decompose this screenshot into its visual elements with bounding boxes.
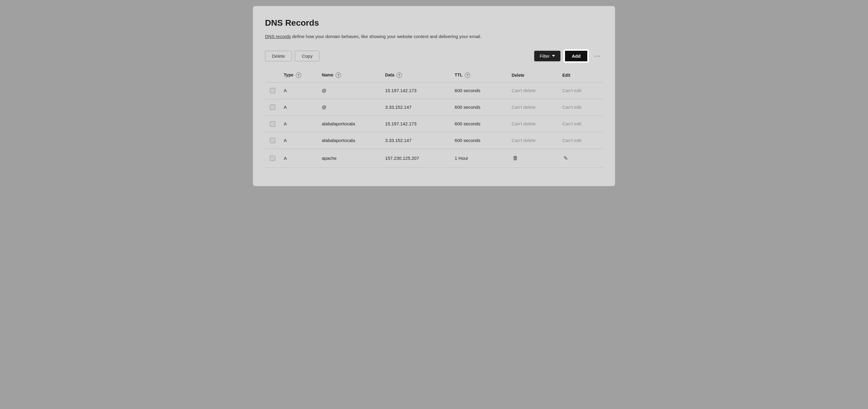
add-button[interactable]: Add <box>564 50 588 62</box>
row-delete: Can't delete <box>508 99 559 115</box>
row-type: A <box>280 99 318 115</box>
dns-records-panel: DNS Records DNS records define how your … <box>253 6 615 186</box>
row-checkbox-cell <box>265 82 280 99</box>
table-row: A@3.33.152.147600 secondsCan't deleteCan… <box>265 99 603 115</box>
row-ttl: 600 seconds <box>451 82 508 99</box>
table-row: Aalabalaportocala15.197.142.173600 secon… <box>265 115 603 132</box>
col-header-data: Data ? <box>381 69 451 83</box>
row-ttl: 600 seconds <box>451 115 508 132</box>
row-type: A <box>280 82 318 99</box>
row-data: 15.197.142.173 <box>381 82 451 99</box>
toolbar-right: Filter Add ··· <box>534 50 603 62</box>
row-checkbox-cell <box>265 99 280 115</box>
row-checkbox[interactable] <box>270 155 275 161</box>
row-type: A <box>280 149 318 168</box>
col-header-delete: Delete <box>508 69 559 83</box>
type-help-icon[interactable]: ? <box>296 72 301 78</box>
row-checkbox-cell <box>265 132 280 149</box>
col-header-name: Name ? <box>318 69 381 83</box>
row-delete: Can't delete <box>508 82 559 99</box>
row-edit: Can't edit <box>559 115 603 132</box>
copy-button[interactable]: Copy <box>295 51 319 61</box>
row-name: alabalaportocala <box>318 132 381 149</box>
row-data: 15.197.142.173 <box>381 115 451 132</box>
delete-row-button[interactable]: 🗑 <box>512 154 519 162</box>
edit-row-button[interactable]: ✎ <box>562 154 569 162</box>
more-options-button[interactable]: ··· <box>592 51 603 61</box>
row-edit[interactable]: ✎ <box>559 149 603 168</box>
delete-button[interactable]: Delete <box>265 51 292 61</box>
name-help-icon[interactable]: ? <box>336 72 341 78</box>
dns-records-table: Type ? Name ? Data ? TTL ? Delete Edit <box>265 69 603 168</box>
page-title: DNS Records <box>265 18 603 28</box>
row-checkbox[interactable] <box>270 105 275 110</box>
row-data: 3.33.152.147 <box>381 99 451 115</box>
row-delete[interactable]: 🗑 <box>508 149 559 168</box>
toolbar-left: Delete Copy <box>265 51 319 61</box>
row-name: @ <box>318 82 381 99</box>
table-header-row: Type ? Name ? Data ? TTL ? Delete Edit <box>265 69 603 83</box>
table-row: A@15.197.142.173600 secondsCan't deleteC… <box>265 82 603 99</box>
row-type: A <box>280 132 318 149</box>
page-description: DNS records define how your domain behav… <box>265 33 603 40</box>
row-checkbox-cell <box>265 115 280 132</box>
filter-button[interactable]: Filter <box>534 51 560 61</box>
ttl-help-icon[interactable]: ? <box>465 72 470 78</box>
row-name: alabalaportocala <box>318 115 381 132</box>
row-checkbox-cell <box>265 149 280 168</box>
col-header-ttl: TTL ? <box>451 69 508 83</box>
row-checkbox[interactable] <box>270 138 275 143</box>
row-type: A <box>280 115 318 132</box>
row-ttl: 600 seconds <box>451 132 508 149</box>
dns-table-container: Type ? Name ? Data ? TTL ? Delete Edit <box>265 69 603 168</box>
row-edit: Can't edit <box>559 99 603 115</box>
dns-table-body: A@15.197.142.173600 secondsCan't deleteC… <box>265 82 603 168</box>
row-edit: Can't edit <box>559 82 603 99</box>
row-delete: Can't delete <box>508 132 559 149</box>
col-header-checkbox <box>265 69 280 83</box>
row-data: 157.230.125.207 <box>381 149 451 168</box>
row-name: apache <box>318 149 381 168</box>
dns-records-link[interactable]: DNS records <box>265 34 291 39</box>
col-header-edit: Edit <box>559 69 603 83</box>
row-ttl: 600 seconds <box>451 99 508 115</box>
row-delete: Can't delete <box>508 115 559 132</box>
row-ttl: 1 Hour <box>451 149 508 168</box>
col-header-type: Type ? <box>280 69 318 83</box>
row-data: 3.33.152.147 <box>381 132 451 149</box>
toolbar: Delete Copy Filter Add ··· <box>265 50 603 62</box>
row-edit: Can't edit <box>559 132 603 149</box>
table-row: Aalabalaportocala3.33.152.147600 seconds… <box>265 132 603 149</box>
row-checkbox[interactable] <box>270 121 275 126</box>
row-checkbox[interactable] <box>270 88 275 93</box>
table-row: Aapache157.230.125.2071 Hour🗑✎ <box>265 149 603 168</box>
data-help-icon[interactable]: ? <box>397 72 402 78</box>
chevron-down-icon <box>552 55 555 57</box>
row-name: @ <box>318 99 381 115</box>
